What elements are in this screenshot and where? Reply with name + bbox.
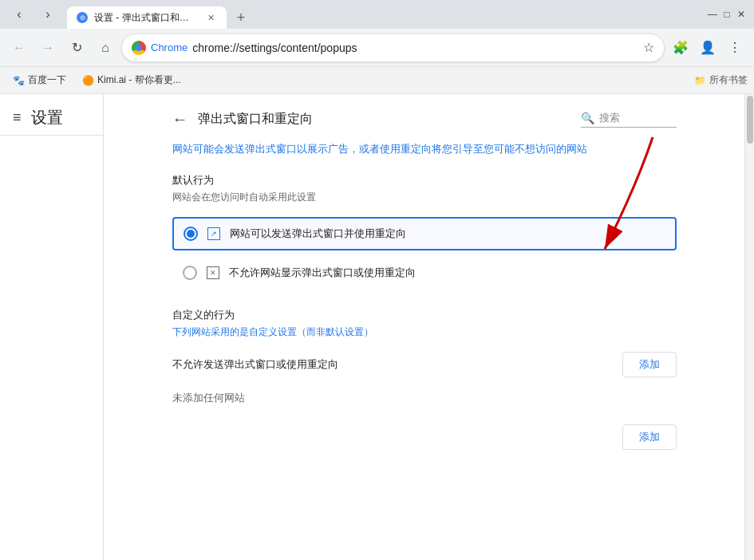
settings-top-bar: ≡ 设置 — [0, 101, 103, 136]
menu-icon[interactable]: ⋮ — [722, 35, 748, 61]
tab-strip-forward[interactable]: › — [35, 2, 61, 27]
chrome-label: Chrome — [151, 41, 188, 53]
popup-allowed-icon: ↗ — [207, 227, 220, 240]
allow-popups-option[interactable]: ↗ 网站可以发送弹出式窗口并使用重定向 — [172, 217, 677, 250]
settings-sidebar: ≡ 设置 — [0, 94, 104, 560]
bookmark-baidu[interactable]: 🐾 百度一下 — [6, 70, 73, 90]
baidu-favicon: 🐾 — [13, 75, 25, 86]
back-button-settings[interactable]: ← — [172, 110, 188, 128]
allow-radio-button[interactable] — [184, 227, 198, 241]
minimize-button[interactable]: — — [706, 8, 719, 21]
forward-button[interactable]: → — [35, 35, 61, 61]
block-label: 不允许发送弹出式窗口或使用重定向 — [172, 357, 338, 372]
window-controls-left: ‹ › — [6, 2, 61, 27]
tab-close-button[interactable]: ✕ — [204, 11, 217, 24]
home-button[interactable]: ⌂ — [93, 35, 118, 61]
bookmarks-folder-icon: 📁 — [694, 75, 706, 86]
profile-icon[interactable]: 👤 — [695, 35, 720, 61]
titlebar: ‹ › ⚙ 设置 - 弹出式窗口和重定向 ✕ + — □ ✕ — [0, 0, 754, 29]
search-placeholder: 搜索 — [599, 111, 620, 125]
search-icon: 🔍 — [581, 112, 594, 124]
block-option-label: 不允许网站显示弹出式窗口或使用重定向 — [229, 266, 416, 280]
custom-behavior-section: 自定义的行为 下列网站采用的是自定义设置（而非默认设置） 不允许发送弹出式窗口或… — [172, 308, 677, 412]
settings-search[interactable]: 🔍 搜索 — [581, 111, 677, 128]
add-block-button[interactable]: 添加 — [622, 352, 677, 377]
bookmark-kimi[interactable]: 🟠 Kimi.ai - 帮你看更... — [76, 70, 188, 90]
toolbar-icons: 🧩 👤 ⋮ — [668, 35, 748, 61]
add-button-2[interactable]: 添加 — [622, 424, 677, 450]
custom-behavior-title: 自定义的行为 — [172, 308, 677, 322]
scrollbar[interactable] — [744, 94, 754, 560]
allow-option-label: 网站可以发送弹出式窗口并使用重定向 — [230, 227, 406, 241]
empty-state: 未添加任何网站 — [172, 384, 677, 412]
block-popups-option[interactable]: ✕ 不允许网站显示弹出式窗口或使用重定向 — [172, 257, 677, 289]
tab-bar: ⚙ 设置 - 弹出式窗口和重定向 ✕ + — [61, 0, 700, 29]
new-tab-button[interactable]: + — [230, 6, 252, 29]
tab-favicon: ⚙ — [77, 12, 88, 23]
block-row: 不允许发送弹出式窗口或使用重定向 添加 — [172, 352, 677, 377]
option1-container: ↗ 网站可以发送弹出式窗口并使用重定向 — [172, 217, 677, 250]
block-radio-button[interactable] — [183, 266, 197, 280]
kimi-label: Kimi.ai - 帮你看更... — [97, 73, 181, 87]
settings-sidebar-title: 设置 — [31, 107, 63, 128]
back-button[interactable]: ← — [6, 35, 32, 61]
page-title: 弹出式窗口和重定向 — [198, 111, 571, 128]
empty-text: 未添加任何网站 — [172, 382, 245, 413]
browser-toolbar: ← → ↻ ⌂ Chrome chrome://settings/content… — [0, 29, 754, 67]
default-behavior-title: 默认行为 — [172, 173, 677, 187]
second-add-row: 添加 — [172, 424, 677, 450]
default-behavior-subtitle: 网站会在您访问时自动采用此设置 — [172, 191, 677, 204]
custom-behavior-link[interactable]: 下列网站采用的是自定义设置（而非默认设置） — [172, 325, 677, 339]
default-behavior-section: 默认行为 网站会在您访问时自动采用此设置 ↗ 网站可以发送弹出式窗口并使用重定向 — [172, 173, 677, 289]
maximize-button[interactable]: □ — [720, 8, 733, 21]
all-bookmarks-label: 所有书签 — [709, 73, 748, 87]
baidu-label: 百度一下 — [28, 73, 66, 87]
description-text: 网站可能会发送弹出式窗口以展示广告，或者使用重定向将您引导至您可能不想访问的网站 — [172, 141, 677, 157]
popup-blocked-icon: ✕ — [207, 266, 219, 279]
extensions-icon[interactable]: 🧩 — [668, 35, 693, 61]
browser-content: ≡ 设置 ← 弹出式窗口和重定向 🔍 搜索 网站可能会发送弹出式窗口以展示广告，… — [0, 94, 754, 560]
refresh-button[interactable]: ↻ — [64, 35, 89, 61]
address-text: chrome://settings/content/popups — [192, 41, 638, 54]
address-bar[interactable]: Chrome chrome://settings/content/popups … — [121, 34, 665, 62]
scroll-thumb[interactable] — [747, 96, 753, 144]
close-button[interactable]: ✕ — [735, 8, 748, 21]
active-tab[interactable]: ⚙ 设置 - 弹出式窗口和重定向 ✕ — [67, 6, 227, 29]
tab-strip-back[interactable]: ‹ — [6, 2, 32, 27]
all-bookmarks[interactable]: 📁 所有书签 — [694, 73, 748, 87]
window-controls-right: — □ ✕ — [706, 8, 748, 21]
bookmarks-bar: 🐾 百度一下 🟠 Kimi.ai - 帮你看更... 📁 所有书签 — [0, 67, 754, 94]
settings-content: ← 弹出式窗口和重定向 🔍 搜索 网站可能会发送弹出式窗口以展示广告，或者使用重… — [153, 94, 696, 466]
breadcrumb-row: ← 弹出式窗口和重定向 🔍 搜索 — [172, 110, 677, 128]
kimi-favicon: 🟠 — [82, 75, 94, 86]
tab-title: 设置 - 弹出式窗口和重定向 — [94, 11, 198, 25]
settings-main: ← 弹出式窗口和重定向 🔍 搜索 网站可能会发送弹出式窗口以展示广告，或者使用重… — [104, 94, 744, 560]
chrome-logo-icon — [132, 41, 146, 55]
bookmark-icon[interactable]: ☆ — [643, 40, 654, 55]
hamburger-icon[interactable]: ≡ — [13, 109, 22, 126]
